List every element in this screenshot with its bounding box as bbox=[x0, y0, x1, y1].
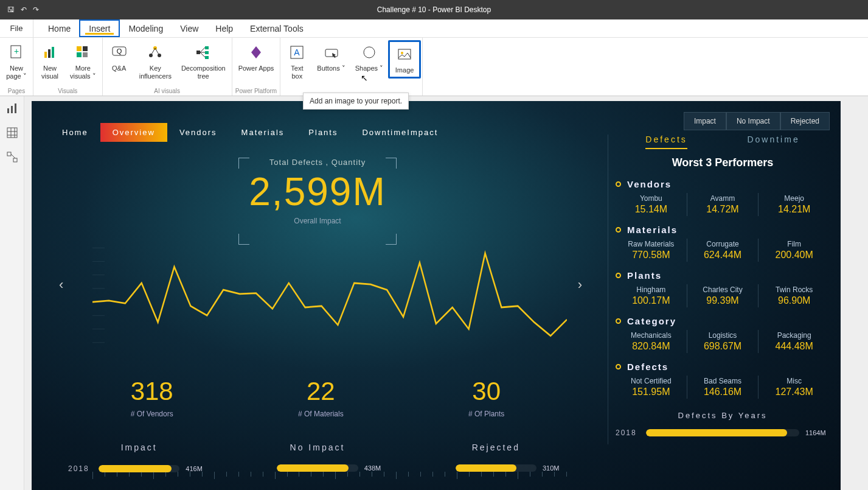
perf-item: Meejo14.21M bbox=[759, 193, 830, 216]
svg-line-39 bbox=[11, 154, 15, 158]
ribbon-key-influencers-button[interactable]: Keyinfluencers bbox=[134, 40, 176, 83]
svg-text:Q: Q bbox=[116, 47, 122, 55]
ribbon-shapes-button[interactable]: Shapes ˅ bbox=[350, 40, 388, 75]
ribbon-decomposition-tree-button[interactable]: Decompositiontree bbox=[176, 40, 231, 83]
new-page-icon: + bbox=[7, 43, 26, 62]
svg-rect-7 bbox=[77, 52, 82, 57]
svg-rect-32 bbox=[7, 128, 17, 138]
shapes-icon bbox=[359, 43, 379, 62]
ribbon-new-page-button[interactable]: +Newpage ˅ bbox=[1, 40, 32, 83]
file-tab[interactable]: File bbox=[0, 19, 33, 37]
q&a-icon: Q bbox=[109, 43, 129, 62]
nav-overview[interactable]: Overview bbox=[100, 123, 167, 142]
report-canvas[interactable]: ImpactNo ImpactRejected HomeOverviewVend… bbox=[32, 101, 841, 490]
perf-item: Corrugate624.44M bbox=[687, 239, 759, 262]
ribbon-q&a-button[interactable]: QQ&A bbox=[104, 40, 134, 75]
svg-rect-2 bbox=[44, 52, 47, 58]
nav-downtimeimpact[interactable]: DowntimeImpact bbox=[350, 123, 450, 142]
count-label: # Of Materials bbox=[298, 410, 344, 418]
ribbon-tab-help[interactable]: Help bbox=[207, 19, 241, 37]
svg-point-26 bbox=[364, 47, 375, 58]
svg-rect-29 bbox=[7, 108, 9, 113]
filter-rejected-button[interactable]: Rejected bbox=[780, 112, 830, 130]
ribbon-buttons-button[interactable]: Buttons ˅ bbox=[312, 40, 350, 75]
nav-materials[interactable]: Materials bbox=[229, 123, 297, 142]
ribbon-tab-external-tools[interactable]: External Tools bbox=[241, 19, 312, 37]
svg-rect-31 bbox=[15, 103, 16, 113]
count-label: # Of Vendors bbox=[131, 410, 173, 418]
svg-rect-37 bbox=[7, 152, 11, 156]
title-bar: 🖫 ↶ ↷ Challenge # 10 - Power BI Desktop bbox=[0, 0, 868, 19]
bullet-icon bbox=[616, 181, 621, 187]
svg-line-15 bbox=[155, 48, 159, 55]
ribbon-tab-insert[interactable]: Insert bbox=[79, 19, 120, 37]
ribbon-tab-view[interactable]: View bbox=[172, 19, 207, 37]
svg-rect-30 bbox=[11, 106, 13, 113]
perf-item: Twin Rocks96.90M bbox=[759, 284, 830, 307]
perf-item: Hingham100.17M bbox=[616, 284, 687, 307]
perf-item: Logistics698.67M bbox=[687, 330, 759, 353]
svg-line-22 bbox=[200, 52, 205, 57]
svg-rect-6 bbox=[83, 46, 88, 51]
model-view-icon[interactable] bbox=[6, 151, 18, 163]
count-value: 22 bbox=[298, 377, 344, 406]
ribbon-power-apps-button[interactable]: Power Apps bbox=[234, 40, 279, 75]
cursor-icon: ↖ bbox=[361, 73, 368, 83]
ribbon-text-box-button[interactable]: ATextbox bbox=[282, 40, 312, 83]
undo-icon[interactable]: ↶ bbox=[21, 5, 27, 14]
power-apps-icon bbox=[246, 43, 266, 62]
filter-impact-button[interactable]: Impact bbox=[684, 112, 726, 130]
bar-row: 438M bbox=[246, 464, 388, 472]
svg-rect-16 bbox=[196, 51, 200, 54]
bar-row: 2018 1164M bbox=[616, 429, 830, 437]
bars-title: Rejected bbox=[425, 443, 567, 452]
buttons-icon bbox=[322, 43, 341, 62]
view-switcher bbox=[0, 96, 24, 490]
kpi-sublabel: Overall Impact bbox=[50, 217, 585, 225]
decomposition-tree-icon bbox=[193, 43, 213, 62]
bullet-icon bbox=[616, 227, 621, 233]
svg-rect-18 bbox=[205, 51, 209, 54]
ribbon-tab-home[interactable]: Home bbox=[40, 19, 79, 37]
perf-item: Yombu15.14M bbox=[616, 193, 687, 216]
nav-vendors[interactable]: Vendors bbox=[167, 123, 229, 142]
category-name: Plants bbox=[627, 270, 662, 281]
ribbon-group-label: Pages bbox=[1, 88, 32, 96]
report-view-icon[interactable] bbox=[6, 102, 18, 114]
ribbon-group-label: Visuals bbox=[35, 88, 101, 96]
svg-line-20 bbox=[200, 47, 205, 52]
rp-tab-defects[interactable]: Defects bbox=[645, 135, 687, 149]
defects-by-years-title: Defects By Years bbox=[616, 411, 830, 420]
kpi-value: 2,599M bbox=[50, 169, 585, 214]
svg-rect-8 bbox=[83, 52, 88, 57]
ribbon-image-button[interactable]: Image bbox=[388, 40, 421, 79]
chart-prev-icon[interactable]: ‹ bbox=[59, 277, 63, 293]
ribbon-new-visual-button[interactable]: Newvisual bbox=[35, 40, 65, 83]
rp-tab-downtime[interactable]: Downtime bbox=[747, 135, 799, 149]
svg-point-28 bbox=[401, 52, 403, 54]
kpi-label: Total Defects , Quantity bbox=[50, 158, 585, 167]
bar-row: 310M bbox=[425, 464, 567, 472]
chart-x-axis bbox=[92, 472, 567, 480]
svg-rect-5 bbox=[77, 46, 82, 51]
category-name: Defects bbox=[627, 362, 668, 372]
redo-icon[interactable]: ↷ bbox=[33, 5, 39, 14]
data-view-icon[interactable] bbox=[6, 127, 18, 139]
nav-plants[interactable]: Plants bbox=[296, 123, 350, 142]
perf-item: Mechanicals820.84M bbox=[616, 330, 687, 353]
perf-item: Film200.40M bbox=[759, 239, 830, 262]
bar-value: 438M bbox=[364, 464, 389, 472]
bar-value: 1164M bbox=[805, 429, 830, 436]
ribbon-group-label: Power Platform bbox=[234, 88, 279, 96]
svg-rect-27 bbox=[398, 49, 411, 59]
line-chart[interactable] bbox=[92, 234, 567, 356]
chart-next-icon[interactable]: › bbox=[578, 277, 582, 293]
ribbon-tab-modeling[interactable]: Modeling bbox=[120, 19, 172, 37]
perf-item: Misc127.43M bbox=[759, 376, 830, 399]
perf-item: Packaging444.48M bbox=[759, 330, 830, 353]
filter-no-impact-button[interactable]: No Impact bbox=[726, 112, 780, 130]
save-icon[interactable]: 🖫 bbox=[7, 5, 15, 14]
count-value: 318 bbox=[131, 377, 173, 406]
nav-home[interactable]: Home bbox=[50, 123, 100, 142]
ribbon-more-visuals-button[interactable]: Morevisuals ˅ bbox=[65, 40, 101, 83]
